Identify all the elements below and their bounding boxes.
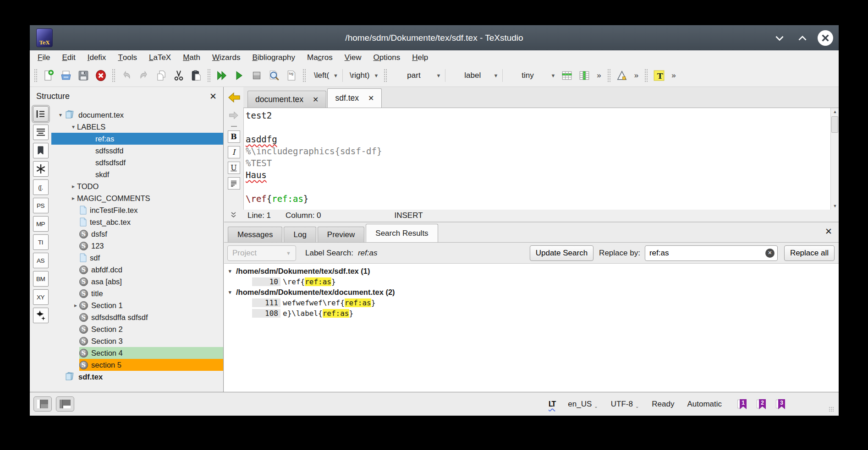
new-document-icon[interactable] <box>40 67 57 84</box>
menu-tools[interactable]: Tools <box>112 50 143 65</box>
symbols-view-icon[interactable] <box>33 161 49 177</box>
close-bottom-panel-icon[interactable]: ✕ <box>825 226 832 237</box>
view-log-icon[interactable]: log <box>283 67 300 84</box>
toggle-bottom-panel-button[interactable] <box>56 396 74 412</box>
close-document-icon[interactable] <box>93 67 109 84</box>
close-window-button[interactable] <box>818 30 833 46</box>
tree-item-skdf[interactable]: skdf <box>51 168 223 180</box>
format-text-icon[interactable]: T <box>651 67 667 84</box>
tree-item-section-2[interactable]: SSection 2 <box>51 323 223 335</box>
tree-item-title[interactable]: Stitle <box>51 287 223 299</box>
tree-item-section-5[interactable]: Ssection 5 <box>51 359 223 371</box>
tree-item-123[interactable]: S123 <box>51 240 223 252</box>
toolbar-grip[interactable] <box>384 69 387 82</box>
table-add-column-icon[interactable] <box>576 67 593 84</box>
toolbar-overflow-icon[interactable]: » <box>668 71 679 80</box>
justify-button[interactable] <box>228 177 240 190</box>
replace-all-button[interactable]: Replace all <box>784 245 835 261</box>
tree-item-magic-comments[interactable]: ▸MAGIC_COMMENTS <box>51 192 223 204</box>
italic-button[interactable]: I <box>228 146 240 158</box>
tree-item-section-3[interactable]: SSection 3 <box>51 335 223 347</box>
compile-icon[interactable] <box>231 67 247 84</box>
cut-icon[interactable] <box>170 67 187 84</box>
bookmark-flag-1[interactable]: 1 <box>737 399 747 409</box>
menu-edit[interactable]: Edit <box>56 50 81 65</box>
left-delimiter-combo[interactable]: \left(▼ <box>308 68 341 83</box>
tree-item-inctestfile-tex[interactable]: incTestFile.tex <box>51 204 223 216</box>
table-add-row-icon[interactable] <box>559 67 575 84</box>
menu-view[interactable]: View <box>339 50 368 65</box>
menu-wizards[interactable]: Wizards <box>206 50 246 65</box>
tree-item-test-abc-tex[interactable]: test_abc.tex <box>51 216 223 228</box>
shade-window-button[interactable] <box>772 30 787 46</box>
tree-item-sdfsdfsdf[interactable]: sdfsdfsdf <box>51 157 223 168</box>
navigate-forward-icon[interactable] <box>228 111 240 122</box>
toolbar-grip[interactable] <box>207 69 211 82</box>
menu-idefix[interactable]: Idefix <box>82 50 112 65</box>
result-match-line-10[interactable]: 10\ref{ref:as} <box>224 277 839 287</box>
document-lines-view-icon[interactable] <box>33 125 49 140</box>
menu-bibliography[interactable]: Bibliography <box>246 50 301 65</box>
code-editor[interactable]: test2 asddfg%\includegraphics{sdsf-df}%T… <box>243 108 830 210</box>
editor-tab-sdf-tex[interactable]: sdf.tex✕ <box>327 88 382 108</box>
clear-input-icon[interactable]: ✕ <box>765 249 775 258</box>
open-file-icon[interactable] <box>58 67 74 84</box>
brackets-view-icon[interactable]: ([. <box>33 179 49 195</box>
replace-input[interactable] <box>645 245 778 261</box>
collapse-statusline-icon[interactable] <box>231 211 236 220</box>
toolbar-overflow-icon[interactable]: » <box>593 71 604 80</box>
update-search-button[interactable]: Update Search <box>530 245 593 261</box>
toolbar-grip[interactable] <box>302 69 306 82</box>
references-combo[interactable]: label▼ <box>447 68 501 83</box>
fontsize-combo[interactable]: tiny▼ <box>504 68 558 83</box>
build-and-view-icon[interactable] <box>214 67 230 84</box>
view-pdf-icon[interactable] <box>266 67 282 84</box>
tree-item-labels[interactable]: ▾LABELS <box>51 121 223 133</box>
copy-icon[interactable] <box>153 67 170 84</box>
tree-item-sdfsdsdffa-sdfsdf[interactable]: Ssdfsdsdffa sdfsdf <box>51 311 223 323</box>
save-file-icon[interactable] <box>75 67 92 84</box>
close-structure-panel-icon[interactable]: ✕ <box>209 91 217 102</box>
expander-open-icon[interactable]: ▾ <box>229 289 236 295</box>
tree-item-section-1[interactable]: ▸SSection 1 <box>51 299 223 311</box>
tree-item-asa-abs[interactable]: Sasa [abs] <box>51 276 223 287</box>
expander-closed-icon[interactable]: ▸ <box>70 195 77 201</box>
close-tab-icon[interactable]: ✕ <box>368 94 374 103</box>
maximize-window-button[interactable] <box>795 30 810 46</box>
scroll-down-icon[interactable]: ▼ <box>831 202 839 210</box>
toolbar-grip[interactable] <box>112 69 115 82</box>
toolbar-overflow-icon[interactable]: » <box>631 71 642 80</box>
stop-icon[interactable] <box>248 67 265 84</box>
tree-item-sdfssdfd[interactable]: sdfssdfd <box>51 145 223 157</box>
menu-options[interactable]: Options <box>368 50 407 65</box>
navigate-back-icon[interactable] <box>227 92 241 105</box>
expander-closed-icon[interactable]: ▸ <box>72 302 79 309</box>
tree-item-dsfsf[interactable]: Sdsfsf <box>51 228 223 240</box>
line-ending-indicator[interactable]: Automatic <box>687 400 722 409</box>
paste-icon[interactable] <box>188 67 204 84</box>
toolbar-grip[interactable] <box>34 69 38 82</box>
bookmark-flag-2[interactable]: 2 <box>757 399 766 409</box>
panel-tab-log[interactable]: Log <box>284 227 316 242</box>
xymatrix-view-icon[interactable]: XY <box>33 289 49 305</box>
panel-tab-preview[interactable]: Preview <box>318 227 364 242</box>
toolbar-grip[interactable] <box>607 69 611 82</box>
menu-math[interactable]: Math <box>177 50 206 65</box>
menu-file[interactable]: File <box>32 50 56 65</box>
redo-icon[interactable] <box>136 67 152 84</box>
sectioning-combo[interactable]: part▼ <box>390 68 444 83</box>
language-selector[interactable]: en_US ⌄ <box>568 400 598 409</box>
wizards-view-icon[interactable] <box>33 308 49 323</box>
scroll-up-icon[interactable]: ▲ <box>831 108 839 115</box>
encoding-selector[interactable]: UTF-8 ⌄ <box>611 400 639 409</box>
tree-item-document-tex[interactable]: ▾document.tex <box>51 109 223 121</box>
tree-item-todo[interactable]: ▸TODO <box>51 180 223 192</box>
result-match-line-108[interactable]: 108e}\label{ref:as} <box>224 308 839 319</box>
menu-help[interactable]: Help <box>406 50 434 65</box>
languagetool-icon[interactable]: LT <box>549 400 555 408</box>
undo-icon[interactable] <box>118 67 135 84</box>
scrollbar-thumb[interactable] <box>831 116 838 133</box>
editor-tab-document-tex[interactable]: document.tex✕ <box>247 91 326 108</box>
tree-item-abfdf-dcd[interactable]: Sabfdf.dcd <box>51 264 223 276</box>
tree-item-section-4[interactable]: SSection 4 <box>51 347 223 359</box>
